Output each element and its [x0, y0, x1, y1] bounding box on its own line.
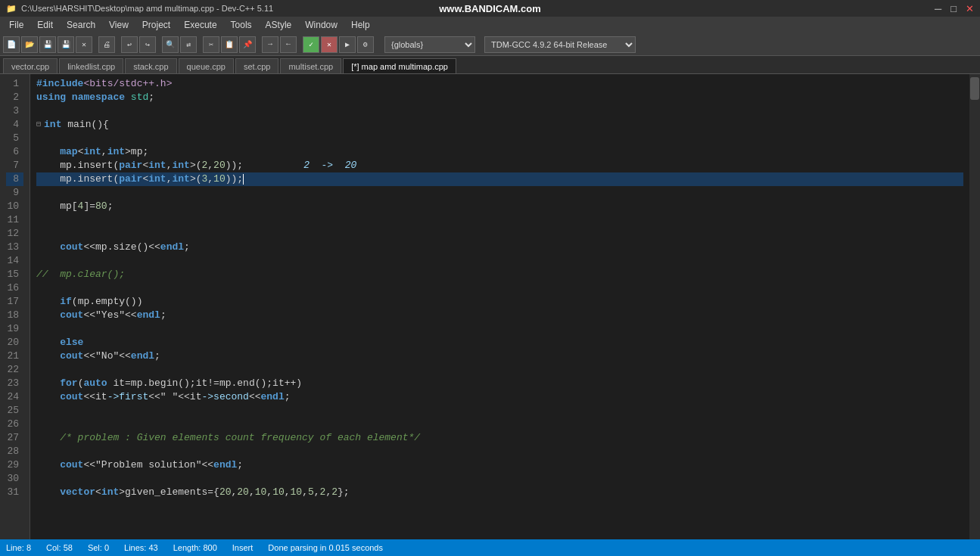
- cut-button[interactable]: ✂: [203, 36, 219, 53]
- close-button[interactable]: ✕: [966, 3, 974, 14]
- tab-1[interactable]: linkedlist.cpp: [59, 58, 123, 73]
- code-line-31: vector<int>given_elements={20,20,10,10,1…: [36, 486, 963, 499]
- open-file-button[interactable]: 📂: [21, 36, 38, 53]
- menu-item-window[interactable]: Window: [299, 18, 344, 32]
- minimize-button[interactable]: ─: [935, 3, 941, 14]
- copy-button[interactable]: 📋: [221, 36, 238, 53]
- code-line-22: [36, 363, 963, 377]
- line-number-13: 13: [6, 241, 23, 254]
- compiler-dropdown[interactable]: TDM-GCC 4.9.2 64-bit Release: [484, 36, 636, 53]
- menu-item-execute[interactable]: Execute: [178, 18, 222, 32]
- line-number-4: 4: [6, 118, 23, 132]
- line-number-29: 29: [6, 458, 23, 472]
- line-number-20: 20: [6, 336, 23, 349]
- menu-item-search[interactable]: Search: [61, 18, 101, 32]
- redo-button[interactable]: ↪: [139, 36, 156, 53]
- new-file-button[interactable]: 📄: [3, 36, 20, 53]
- code-line-2: using namespace std;: [36, 91, 963, 104]
- code-line-8: mp.insert(pair<int,int>(3,10));: [36, 172, 963, 186]
- indent-button[interactable]: →: [262, 36, 278, 53]
- close-file-button[interactable]: ✕: [76, 36, 92, 53]
- debug-button[interactable]: ⚙: [357, 36, 374, 53]
- line-number-30: 30: [6, 472, 23, 486]
- line-number-16: 16: [6, 281, 23, 295]
- status-col: Col: 58: [46, 543, 73, 552]
- globals-dropdown[interactable]: {globals}: [384, 36, 475, 53]
- paste-button[interactable]: 📌: [239, 36, 256, 53]
- tab-3[interactable]: queue.cpp: [179, 58, 234, 73]
- code-line-7: mp.insert(pair<int,int>(2,20));2 -> 20: [36, 159, 963, 172]
- replace-button[interactable]: ⇄: [180, 36, 197, 53]
- code-line-28: [36, 445, 963, 458]
- tab-2[interactable]: stack.cpp: [125, 58, 176, 73]
- unindent-button[interactable]: ←: [280, 36, 297, 53]
- code-line-10: mp[4]=80;: [36, 200, 963, 213]
- line-number-15: 15: [6, 268, 23, 281]
- line-number-18: 18: [6, 309, 23, 322]
- menu-item-astyle[interactable]: AStyle: [260, 18, 298, 32]
- menu-item-edit[interactable]: Edit: [31, 18, 59, 32]
- code-line-5: [36, 132, 963, 145]
- line-number-31: 31: [6, 486, 23, 499]
- code-line-27: /* problem : Given elements count freque…: [36, 431, 963, 445]
- menu-item-file[interactable]: File: [3, 18, 30, 32]
- code-line-21: cout<<"No"<<endl;: [36, 349, 963, 363]
- debug-annotation-7: 2 -> 20: [303, 159, 356, 172]
- line-number-22: 22: [6, 363, 23, 377]
- save-file-button[interactable]: 💾: [39, 36, 56, 53]
- titlebar: 📁 C:\Users\HARSHIT\Desktop\map amd multi…: [0, 0, 980, 17]
- fold-icon-4[interactable]: ⊟: [36, 118, 41, 132]
- line-number-12: 12: [6, 227, 23, 241]
- tab-5[interactable]: multiset.cpp: [280, 58, 341, 73]
- line-number-17: 17: [6, 295, 23, 309]
- menu-item-help[interactable]: Help: [345, 18, 376, 32]
- titlebar-text: C:\Users\HARSHIT\Desktop\map amd multima…: [21, 4, 273, 13]
- code-line-30: [36, 472, 963, 486]
- line-number-7: 7: [6, 159, 23, 172]
- code-line-9: [36, 186, 963, 200]
- line-number-25: 25: [6, 404, 23, 418]
- print-button[interactable]: 🖨: [98, 36, 115, 53]
- vertical-scrollbar[interactable]: [969, 74, 980, 539]
- line-number-26: 26: [6, 418, 23, 431]
- stop-button[interactable]: ✕: [321, 36, 338, 53]
- titlebar-watermark: www.BANDICAM.com: [439, 3, 541, 14]
- line-number-6: 6: [6, 145, 23, 159]
- save-all-button[interactable]: 💾: [58, 36, 74, 53]
- line-number-28: 28: [6, 445, 23, 458]
- code-line-12: [36, 227, 963, 241]
- code-area[interactable]: #include<bits/stdc++.h>using namespace s…: [30, 74, 969, 539]
- line-number-1: 1: [6, 77, 23, 91]
- undo-button[interactable]: ↩: [121, 36, 138, 53]
- code-line-24: cout<<it->first<<" "<<it->second<<endl;: [36, 390, 963, 404]
- code-line-14: [36, 254, 963, 268]
- line-number-2: 2: [6, 91, 23, 104]
- code-line-25: [36, 404, 963, 418]
- find-button[interactable]: 🔍: [162, 36, 179, 53]
- tab-0[interactable]: vector.cpp: [3, 58, 58, 73]
- code-line-15: // mp.clear();: [36, 268, 963, 281]
- code-line-4: ⊟int main(){: [36, 118, 963, 132]
- line-number-8: 8: [6, 172, 23, 186]
- line-number-24: 24: [6, 390, 23, 404]
- status-sel: Sel: 0: [88, 543, 109, 552]
- menu-item-tools[interactable]: Tools: [225, 18, 258, 32]
- line-numbers: 1234567891011121314151617181920212223242…: [0, 74, 30, 539]
- line-number-21: 21: [6, 349, 23, 363]
- titlebar-controls: ─ □ ✕: [935, 3, 974, 14]
- maximize-button[interactable]: □: [950, 3, 957, 14]
- line-number-9: 9: [6, 186, 23, 200]
- code-line-16: [36, 281, 963, 295]
- tab-4[interactable]: set.cpp: [235, 58, 278, 73]
- code-line-20: else: [36, 336, 963, 349]
- compile-button[interactable]: ✓: [303, 36, 319, 53]
- menu-item-view[interactable]: View: [103, 18, 135, 32]
- statusbar: Line: 8 Col: 58 Sel: 0 Lines: 43 Length:…: [0, 539, 980, 556]
- tab-6[interactable]: [*] map amd multimap.cpp: [343, 58, 456, 73]
- editor-container: 1234567891011121314151617181920212223242…: [0, 74, 980, 539]
- line-number-23: 23: [6, 377, 23, 390]
- menu-item-project[interactable]: Project: [136, 18, 176, 32]
- status-lines: Lines: 43: [124, 543, 158, 552]
- code-line-13: cout<<mp.size()<<endl;: [36, 241, 963, 254]
- run-button[interactable]: ▶: [339, 36, 356, 53]
